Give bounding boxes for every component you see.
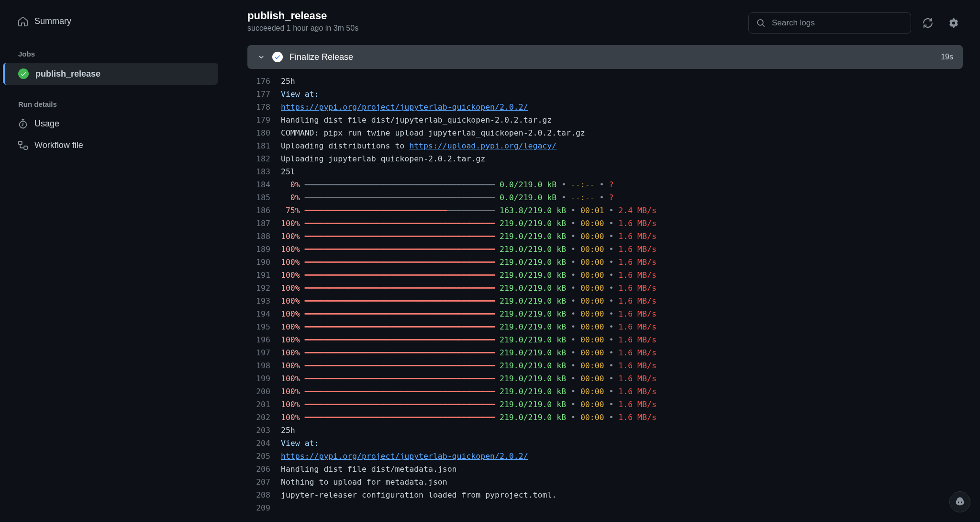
log-line: 181Uploading distributions to https://up… <box>230 139 980 152</box>
line-number: 201 <box>247 398 281 411</box>
line-content: 100% ━━━━━━━━━━━━━━━━━━━━━━━━━━━━━━━━━━━… <box>281 256 980 269</box>
line-number: 194 <box>247 307 281 320</box>
line-content: 75% ━━━━━━━━━━━━━━━━━━━━━━━━━━━━━━━━━━━━… <box>281 204 980 217</box>
line-content: Handling dist file dist/jupyterlab_quick… <box>281 113 980 126</box>
jobs-heading: Jobs <box>11 46 218 63</box>
line-content: Uploading jupyterlab_quickopen-2.0.2.tar… <box>281 152 980 165</box>
log-link[interactable]: https://upload.pypi.org/legacy/ <box>409 141 557 150</box>
copilot-button[interactable] <box>949 491 970 512</box>
sidebar-job-publish-release[interactable]: publish_release <box>3 63 218 85</box>
line-number: 207 <box>247 476 281 488</box>
log-link[interactable]: https://pypi.org/project/jupyterlab-quic… <box>281 102 528 112</box>
title-block: publish_release succeeded 1 hour ago in … <box>247 10 358 33</box>
line-content: 100% ━━━━━━━━━━━━━━━━━━━━━━━━━━━━━━━━━━━… <box>281 333 980 346</box>
log-line: 179Handling dist file dist/jupyterlab_qu… <box>230 113 980 126</box>
line-number: 177 <box>247 88 281 101</box>
search-icon <box>757 19 765 27</box>
refresh-button[interactable] <box>919 14 937 32</box>
line-content: 100% ━━━━━━━━━━━━━━━━━━━━━━━━━━━━━━━━━━━… <box>281 346 980 359</box>
log-line: 195100% ━━━━━━━━━━━━━━━━━━━━━━━━━━━━━━━━… <box>230 320 980 333</box>
log-link[interactable]: https://pypi.org/project/jupyterlab-quic… <box>281 452 528 461</box>
line-content: 25h <box>281 75 980 88</box>
line-content: 100% ━━━━━━━━━━━━━━━━━━━━━━━━━━━━━━━━━━━… <box>281 230 980 243</box>
line-content: View at: <box>281 88 980 101</box>
sidebar-item-summary[interactable]: Summary <box>11 11 218 32</box>
line-number: 199 <box>247 372 281 385</box>
log-line: 200100% ━━━━━━━━━━━━━━━━━━━━━━━━━━━━━━━━… <box>230 385 980 398</box>
line-number: 204 <box>247 437 281 450</box>
run-details-heading: Run details <box>11 96 218 113</box>
step-duration: 19s <box>941 53 953 61</box>
line-content: 100% ━━━━━━━━━━━━━━━━━━━━━━━━━━━━━━━━━━━… <box>281 398 980 411</box>
page-title: publish_release <box>247 10 358 22</box>
line-number: 197 <box>247 346 281 359</box>
sidebar-item-usage[interactable]: Usage <box>11 113 218 135</box>
log-line: 196100% ━━━━━━━━━━━━━━━━━━━━━━━━━━━━━━━━… <box>230 333 980 346</box>
search-input[interactable] <box>771 18 903 28</box>
step-title: Finalize Release <box>290 52 934 62</box>
step-header[interactable]: Finalize Release 19s <box>247 45 963 69</box>
log-line: 191100% ━━━━━━━━━━━━━━━━━━━━━━━━━━━━━━━━… <box>230 269 980 282</box>
sidebar-item-label: Usage <box>34 119 59 129</box>
line-number: 176 <box>247 75 281 88</box>
line-content: Handling dist file dist/metadata.json <box>281 463 980 476</box>
log-line: 20325h <box>230 424 980 437</box>
log-line: 205https://pypi.org/project/jupyterlab-q… <box>230 450 980 463</box>
line-number: 181 <box>247 139 281 152</box>
log-line: 201100% ━━━━━━━━━━━━━━━━━━━━━━━━━━━━━━━━… <box>230 398 980 411</box>
top-right-controls <box>748 12 963 34</box>
line-number: 180 <box>247 126 281 139</box>
main-panel: publish_release succeeded 1 hour ago in … <box>230 0 980 522</box>
line-number: 184 <box>247 178 281 191</box>
log-line: 199100% ━━━━━━━━━━━━━━━━━━━━━━━━━━━━━━━━… <box>230 372 980 385</box>
line-number: 186 <box>247 204 281 217</box>
log-line: 204View at: <box>230 437 980 450</box>
line-number: 183 <box>247 165 281 178</box>
line-content: View at: <box>281 437 980 450</box>
log-line: 17625h <box>230 75 980 88</box>
log-line: 206Handling dist file dist/metadata.json <box>230 463 980 476</box>
log-line: 202100% ━━━━━━━━━━━━━━━━━━━━━━━━━━━━━━━━… <box>230 411 980 424</box>
line-content: https://pypi.org/project/jupyterlab-quic… <box>281 101 980 113</box>
line-content: 100% ━━━━━━━━━━━━━━━━━━━━━━━━━━━━━━━━━━━… <box>281 359 980 372</box>
line-content: 100% ━━━━━━━━━━━━━━━━━━━━━━━━━━━━━━━━━━━… <box>281 269 980 282</box>
line-number: 193 <box>247 295 281 307</box>
log-line: 193100% ━━━━━━━━━━━━━━━━━━━━━━━━━━━━━━━━… <box>230 295 980 307</box>
line-content: Uploading distributions to https://uploa… <box>281 139 980 152</box>
search-logs-box[interactable] <box>748 12 911 34</box>
line-number: 203 <box>247 424 281 437</box>
line-content: 100% ━━━━━━━━━━━━━━━━━━━━━━━━━━━━━━━━━━━… <box>281 282 980 295</box>
log-line: 185 0% ━━━━━━━━━━━━━━━━━━━━━━━━━━━━━━━━━… <box>230 191 980 204</box>
line-number: 205 <box>247 450 281 463</box>
line-number: 192 <box>247 282 281 295</box>
line-number: 185 <box>247 191 281 204</box>
log-line: 194100% ━━━━━━━━━━━━━━━━━━━━━━━━━━━━━━━━… <box>230 307 980 320</box>
line-number: 195 <box>247 320 281 333</box>
line-number: 178 <box>247 101 281 113</box>
line-number: 200 <box>247 385 281 398</box>
line-content: 0% ━━━━━━━━━━━━━━━━━━━━━━━━━━━━━━━━━━━━━… <box>281 178 980 191</box>
log-line: 186 75% ━━━━━━━━━━━━━━━━━━━━━━━━━━━━━━━━… <box>230 204 980 217</box>
home-icon <box>18 17 28 26</box>
workflow-icon <box>18 141 28 150</box>
log-line: 188100% ━━━━━━━━━━━━━━━━━━━━━━━━━━━━━━━━… <box>230 230 980 243</box>
line-number: 191 <box>247 269 281 282</box>
log-output[interactable]: 17625h177View at:178https://pypi.org/pro… <box>230 72 980 522</box>
job-name-label: publish_release <box>35 69 100 79</box>
line-number: 208 <box>247 488 281 501</box>
line-content: 100% ━━━━━━━━━━━━━━━━━━━━━━━━━━━━━━━━━━━… <box>281 320 980 333</box>
sidebar: Summary Jobs publish_release Run details… <box>0 0 230 522</box>
log-line: 198100% ━━━━━━━━━━━━━━━━━━━━━━━━━━━━━━━━… <box>230 359 980 372</box>
line-number: 202 <box>247 411 281 424</box>
settings-button[interactable] <box>945 14 963 32</box>
sidebar-item-label: Summary <box>34 16 71 26</box>
log-line: 184 0% ━━━━━━━━━━━━━━━━━━━━━━━━━━━━━━━━━… <box>230 178 980 191</box>
line-number: 182 <box>247 152 281 165</box>
line-content: 100% ━━━━━━━━━━━━━━━━━━━━━━━━━━━━━━━━━━━… <box>281 372 980 385</box>
line-number: 187 <box>247 217 281 230</box>
check-circle-icon <box>18 68 29 79</box>
log-line: 180COMMAND: pipx run twine upload jupyte… <box>230 126 980 139</box>
sidebar-item-workflow-file[interactable]: Workflow file <box>11 135 218 156</box>
divider <box>11 40 218 40</box>
log-line: 197100% ━━━━━━━━━━━━━━━━━━━━━━━━━━━━━━━━… <box>230 346 980 359</box>
